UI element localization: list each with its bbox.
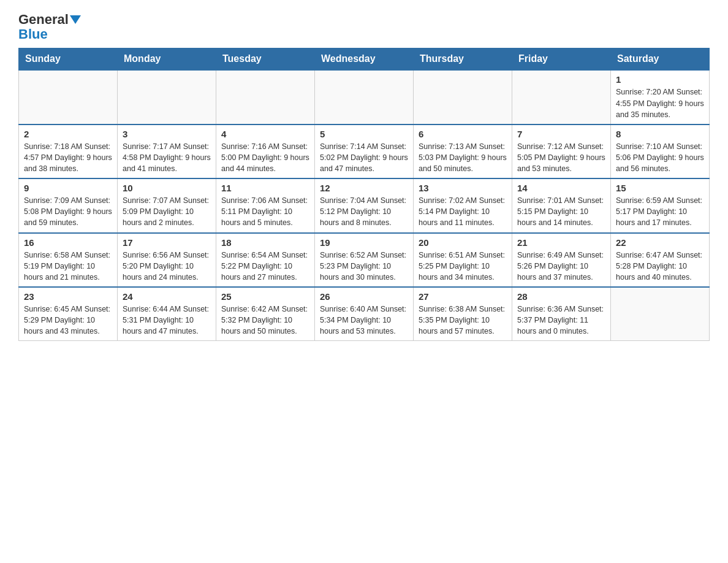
calendar-cell — [512, 70, 611, 124]
weekday-header-wednesday: Wednesday — [315, 48, 414, 71]
calendar-cell: 16Sunrise: 6:58 AM Sunset: 5:19 PM Dayli… — [19, 233, 118, 287]
logo-general-text: General — [18, 12, 69, 27]
day-info: Sunrise: 6:47 AM Sunset: 5:28 PM Dayligh… — [616, 250, 704, 283]
day-info: Sunrise: 7:16 AM Sunset: 5:00 PM Dayligh… — [221, 141, 309, 174]
calendar-week-row: 9Sunrise: 7:09 AM Sunset: 5:08 PM Daylig… — [19, 178, 710, 232]
day-number: 17 — [123, 237, 211, 248]
calendar-cell: 4Sunrise: 7:16 AM Sunset: 5:00 PM Daylig… — [216, 124, 315, 178]
day-number: 20 — [419, 237, 507, 248]
day-info: Sunrise: 7:01 AM Sunset: 5:15 PM Dayligh… — [517, 195, 605, 228]
day-number: 14 — [517, 183, 605, 193]
day-info: Sunrise: 7:18 AM Sunset: 4:57 PM Dayligh… — [24, 141, 112, 174]
day-info: Sunrise: 7:07 AM Sunset: 5:09 PM Dayligh… — [123, 195, 211, 228]
day-number: 6 — [419, 129, 507, 139]
calendar-cell: 26Sunrise: 6:40 AM Sunset: 5:34 PM Dayli… — [315, 287, 414, 341]
logo-triangle-icon — [70, 15, 81, 24]
day-number: 9 — [24, 183, 112, 193]
day-number: 13 — [419, 183, 507, 193]
day-info: Sunrise: 7:17 AM Sunset: 4:58 PM Dayligh… — [123, 141, 211, 174]
day-number: 26 — [320, 291, 408, 302]
day-info: Sunrise: 7:14 AM Sunset: 5:02 PM Dayligh… — [320, 141, 408, 174]
day-info: Sunrise: 6:40 AM Sunset: 5:34 PM Dayligh… — [320, 304, 408, 337]
day-number: 7 — [517, 129, 605, 139]
calendar-cell: 3Sunrise: 7:17 AM Sunset: 4:58 PM Daylig… — [118, 124, 216, 178]
day-info: Sunrise: 6:56 AM Sunset: 5:20 PM Dayligh… — [123, 250, 211, 283]
calendar-cell: 5Sunrise: 7:14 AM Sunset: 5:02 PM Daylig… — [315, 124, 414, 178]
calendar-cell: 14Sunrise: 7:01 AM Sunset: 5:15 PM Dayli… — [512, 178, 611, 232]
day-number: 8 — [616, 129, 704, 139]
calendar-cell: 8Sunrise: 7:10 AM Sunset: 5:06 PM Daylig… — [611, 124, 710, 178]
day-number: 22 — [616, 237, 704, 248]
day-info: Sunrise: 6:52 AM Sunset: 5:23 PM Dayligh… — [320, 250, 408, 283]
logo: General Blue — [18, 12, 81, 42]
day-number: 19 — [320, 237, 408, 248]
calendar-cell — [118, 70, 216, 124]
calendar-cell: 21Sunrise: 6:49 AM Sunset: 5:26 PM Dayli… — [512, 233, 611, 287]
weekday-header-thursday: Thursday — [414, 48, 512, 71]
calendar-cell: 10Sunrise: 7:07 AM Sunset: 5:09 PM Dayli… — [118, 178, 216, 232]
day-number: 4 — [221, 129, 309, 139]
day-number: 10 — [123, 183, 211, 193]
calendar-cell — [19, 70, 118, 124]
day-number: 1 — [616, 74, 704, 85]
day-info: Sunrise: 7:06 AM Sunset: 5:11 PM Dayligh… — [221, 195, 309, 228]
day-number: 3 — [123, 129, 211, 139]
day-number: 12 — [320, 183, 408, 193]
calendar-cell: 12Sunrise: 7:04 AM Sunset: 5:12 PM Dayli… — [315, 178, 414, 232]
calendar-cell: 17Sunrise: 6:56 AM Sunset: 5:20 PM Dayli… — [118, 233, 216, 287]
day-info: Sunrise: 6:45 AM Sunset: 5:29 PM Dayligh… — [24, 304, 112, 337]
calendar-cell — [611, 287, 710, 341]
day-number: 24 — [123, 291, 211, 302]
calendar-cell — [216, 70, 315, 124]
page-header: General Blue — [18, 12, 710, 42]
calendar-cell: 13Sunrise: 7:02 AM Sunset: 5:14 PM Dayli… — [414, 178, 512, 232]
calendar-cell: 22Sunrise: 6:47 AM Sunset: 5:28 PM Dayli… — [611, 233, 710, 287]
day-number: 15 — [616, 183, 704, 193]
calendar-cell: 6Sunrise: 7:13 AM Sunset: 5:03 PM Daylig… — [414, 124, 512, 178]
day-info: Sunrise: 7:04 AM Sunset: 5:12 PM Dayligh… — [320, 195, 408, 228]
day-number: 18 — [221, 237, 309, 248]
calendar-cell: 25Sunrise: 6:42 AM Sunset: 5:32 PM Dayli… — [216, 287, 315, 341]
weekday-header-tuesday: Tuesday — [216, 48, 315, 71]
day-info: Sunrise: 7:20 AM Sunset: 4:55 PM Dayligh… — [616, 86, 704, 120]
day-info: Sunrise: 6:54 AM Sunset: 5:22 PM Dayligh… — [221, 250, 309, 283]
day-number: 11 — [221, 183, 309, 193]
weekday-header-row: SundayMondayTuesdayWednesdayThursdayFrid… — [19, 48, 710, 71]
calendar-cell: 7Sunrise: 7:12 AM Sunset: 5:05 PM Daylig… — [512, 124, 611, 178]
day-number: 5 — [320, 129, 408, 139]
day-info: Sunrise: 7:09 AM Sunset: 5:08 PM Dayligh… — [24, 195, 112, 228]
calendar-cell: 11Sunrise: 7:06 AM Sunset: 5:11 PM Dayli… — [216, 178, 315, 232]
calendar-cell — [315, 70, 414, 124]
day-info: Sunrise: 6:42 AM Sunset: 5:32 PM Dayligh… — [221, 304, 309, 337]
logo-blue-text: Blue — [18, 27, 48, 42]
day-info: Sunrise: 7:12 AM Sunset: 5:05 PM Dayligh… — [517, 141, 605, 174]
weekday-header-saturday: Saturday — [611, 48, 710, 71]
calendar-week-row: 1Sunrise: 7:20 AM Sunset: 4:55 PM Daylig… — [19, 70, 710, 124]
day-number: 27 — [419, 291, 507, 302]
weekday-header-monday: Monday — [118, 48, 216, 71]
calendar-week-row: 16Sunrise: 6:58 AM Sunset: 5:19 PM Dayli… — [19, 233, 710, 287]
calendar-week-row: 2Sunrise: 7:18 AM Sunset: 4:57 PM Daylig… — [19, 124, 710, 178]
calendar-week-row: 23Sunrise: 6:45 AM Sunset: 5:29 PM Dayli… — [19, 287, 710, 341]
calendar-cell: 24Sunrise: 6:44 AM Sunset: 5:31 PM Dayli… — [118, 287, 216, 341]
calendar-cell: 27Sunrise: 6:38 AM Sunset: 5:35 PM Dayli… — [414, 287, 512, 341]
calendar-cell: 20Sunrise: 6:51 AM Sunset: 5:25 PM Dayli… — [414, 233, 512, 287]
day-info: Sunrise: 6:44 AM Sunset: 5:31 PM Dayligh… — [123, 304, 211, 337]
calendar-cell: 18Sunrise: 6:54 AM Sunset: 5:22 PM Dayli… — [216, 233, 315, 287]
day-number: 21 — [517, 237, 605, 248]
day-info: Sunrise: 7:13 AM Sunset: 5:03 PM Dayligh… — [419, 141, 507, 174]
day-info: Sunrise: 6:59 AM Sunset: 5:17 PM Dayligh… — [616, 195, 704, 228]
day-info: Sunrise: 6:38 AM Sunset: 5:35 PM Dayligh… — [419, 304, 507, 337]
day-number: 16 — [24, 237, 112, 248]
day-info: Sunrise: 7:02 AM Sunset: 5:14 PM Dayligh… — [419, 195, 507, 228]
calendar-cell: 2Sunrise: 7:18 AM Sunset: 4:57 PM Daylig… — [19, 124, 118, 178]
calendar-cell: 15Sunrise: 6:59 AM Sunset: 5:17 PM Dayli… — [611, 178, 710, 232]
calendar-cell: 9Sunrise: 7:09 AM Sunset: 5:08 PM Daylig… — [19, 178, 118, 232]
day-number: 28 — [517, 291, 605, 302]
calendar-cell — [414, 70, 512, 124]
day-info: Sunrise: 7:10 AM Sunset: 5:06 PM Dayligh… — [616, 141, 704, 174]
calendar-cell: 23Sunrise: 6:45 AM Sunset: 5:29 PM Dayli… — [19, 287, 118, 341]
day-number: 25 — [221, 291, 309, 302]
day-info: Sunrise: 6:49 AM Sunset: 5:26 PM Dayligh… — [517, 250, 605, 283]
calendar-cell: 1Sunrise: 7:20 AM Sunset: 4:55 PM Daylig… — [611, 70, 710, 124]
